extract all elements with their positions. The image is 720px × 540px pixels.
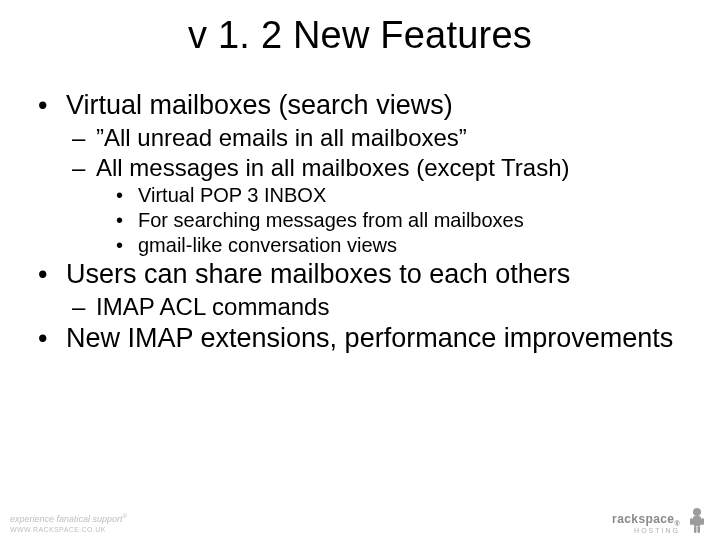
slide-title: v 1. 2 New Features bbox=[0, 14, 720, 57]
bullet-l1: • Users can share mailboxes to each othe… bbox=[34, 259, 694, 291]
bullet-disc-icon: • bbox=[34, 90, 66, 122]
bullet-l3: • gmail-like conversation views bbox=[114, 234, 694, 258]
footer-brand-sub: HOSTING bbox=[612, 527, 680, 534]
rackspace-mascot-icon bbox=[686, 506, 708, 534]
footer-left-logo: experience fanatical support® WWW.RACKSP… bbox=[10, 513, 127, 534]
bullet-text: ”All unread emails in all mailboxes” bbox=[96, 124, 694, 152]
bullet-l1: • Virtual mailboxes (search views) bbox=[34, 90, 694, 122]
svg-rect-2 bbox=[690, 518, 693, 525]
bullet-text: gmail-like conversation views bbox=[138, 234, 694, 258]
footer-left-main: experience fanatical support bbox=[10, 514, 123, 524]
bullet-l3: • For searching messages from all mailbo… bbox=[114, 209, 694, 233]
bullet-text: Users can share mailboxes to each others bbox=[66, 259, 694, 291]
bullet-disc-icon: • bbox=[34, 323, 66, 355]
footer-brand: rackspace bbox=[612, 512, 674, 526]
svg-rect-1 bbox=[693, 516, 701, 526]
slide-body: • Virtual mailboxes (search views) – ”Al… bbox=[34, 88, 694, 357]
svg-rect-3 bbox=[701, 518, 704, 525]
bullet-text: For searching messages from all mailboxe… bbox=[138, 209, 694, 233]
bullet-l2: – ”All unread emails in all mailboxes” bbox=[72, 124, 694, 152]
bullet-dash-icon: – bbox=[72, 293, 96, 321]
bullet-l1: • New IMAP extensions, performance impro… bbox=[34, 323, 694, 355]
bullet-dash-icon: – bbox=[72, 124, 96, 152]
svg-rect-5 bbox=[698, 526, 701, 533]
bullet-l2: – All messages in all mailboxes (except … bbox=[72, 154, 694, 182]
bullet-dash-icon: – bbox=[72, 154, 96, 182]
bullet-l2: – IMAP ACL commands bbox=[72, 293, 694, 321]
bullet-text: Virtual mailboxes (search views) bbox=[66, 90, 694, 122]
bullet-disc-icon: • bbox=[114, 234, 138, 258]
bullet-disc-icon: • bbox=[114, 184, 138, 208]
bullet-text: IMAP ACL commands bbox=[96, 293, 694, 321]
svg-point-0 bbox=[693, 508, 701, 516]
footer-right-logo: rackspace® HOSTING bbox=[612, 506, 708, 534]
svg-rect-4 bbox=[694, 526, 697, 533]
bullet-text: Virtual POP 3 INBOX bbox=[138, 184, 694, 208]
bullet-disc-icon: • bbox=[114, 209, 138, 233]
bullet-l3: • Virtual POP 3 INBOX bbox=[114, 184, 694, 208]
bullet-text: New IMAP extensions, performance improve… bbox=[66, 323, 694, 355]
slide: v 1. 2 New Features • Virtual mailboxes … bbox=[0, 0, 720, 540]
bullet-text: All messages in all mailboxes (except Tr… bbox=[96, 154, 694, 182]
footer-left-sub: WWW.RACKSPACE.CO.UK bbox=[10, 526, 106, 533]
bullet-disc-icon: • bbox=[34, 259, 66, 291]
